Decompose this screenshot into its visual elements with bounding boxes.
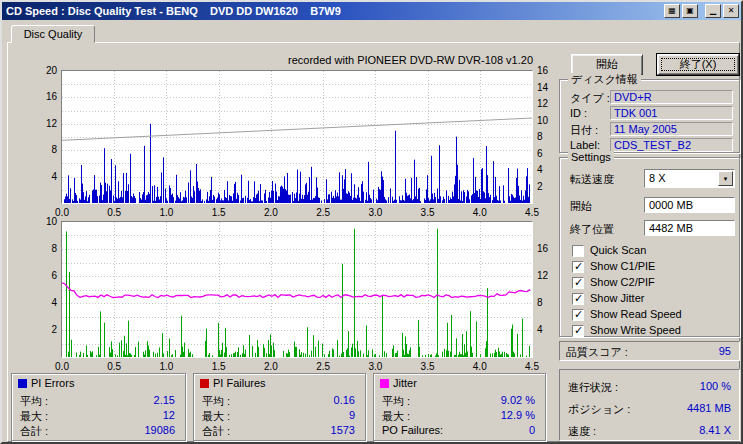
titlebar[interactable]: CD Speed : Disc Quality Test - BENQ DVD … — [2, 2, 741, 20]
checkbox-show-c1-pie[interactable]: ✓Show C1/PIE — [572, 260, 735, 274]
disc-info-value: CDS_TEST_B2 — [610, 138, 733, 152]
tab-disc-quality[interactable]: Disc Quality — [11, 25, 95, 43]
axis-tick: 4 — [30, 172, 57, 182]
pi-errors-chart-canvas — [62, 71, 532, 203]
status-row-: 進行状況 :100 % — [568, 380, 731, 393]
disc-quality-panel: recorded with PIONEER DVD-RW DVR-108 v1.… — [7, 42, 740, 442]
checkbox-box[interactable]: ✓ — [572, 325, 584, 337]
checkbox-label: Quick Scan — [590, 244, 646, 256]
axis-tick: 2.0 — [257, 362, 285, 372]
axis-tick: 2 — [537, 182, 557, 192]
settings-group: Settings 転送速度 8 X ▼ 開始 0000 MB 終了位置 4482… — [559, 157, 740, 337]
disc-info-group: ディスク情報 タイプ :DVD+RID :TDK 001日付 :11 May 2… — [559, 79, 740, 153]
stat-value: 1573 — [331, 424, 355, 436]
titlebar-tool-button-2[interactable]: ▣ — [682, 4, 698, 18]
legend-title-text: PI Failures — [213, 377, 266, 389]
end-position-field[interactable]: 4482 MB — [644, 220, 735, 236]
start-position-field[interactable]: 0000 MB — [644, 197, 735, 213]
minimize-icon: ▁ — [710, 7, 716, 15]
checkbox-label: Show Jitter — [590, 292, 644, 304]
dropdown-button[interactable]: ▼ — [718, 171, 733, 186]
checkbox-box[interactable] — [572, 245, 584, 257]
stat-label: 合計 : — [20, 424, 48, 439]
checkbox-quick-scan[interactable]: Quick Scan — [572, 244, 735, 258]
axis-tick: 4.5 — [518, 208, 546, 218]
legend-stat-row: 合計 :1573 — [202, 424, 355, 437]
check-icon: ✓ — [574, 260, 583, 273]
checkbox-show-jitter[interactable]: ✓Show Jitter — [572, 292, 735, 306]
close-button[interactable]: ✕ — [723, 4, 739, 18]
axis-tick: 0.5 — [100, 362, 128, 372]
stat-label: 最大 : — [20, 409, 48, 424]
checkbox-label: Show Read Speed — [590, 308, 682, 320]
axis-tick: 8 — [537, 132, 557, 142]
checkbox-box[interactable]: ✓ — [572, 293, 584, 305]
legend-stat-row: 合計 :19086 — [20, 424, 175, 437]
checkbox-show-write-speed[interactable]: ✓Show Write Speed — [572, 324, 735, 338]
stat-value: 12 — [163, 409, 175, 421]
axis-tick: 4.0 — [466, 208, 494, 218]
pi-errors-color-swatch — [18, 379, 27, 388]
legend-stat-row: PO Failures:0 — [382, 424, 535, 437]
axis-tick: 6 — [30, 271, 57, 281]
axis-tick: 6 — [537, 149, 557, 159]
axis-tick: 2.0 — [257, 208, 285, 218]
transfer-speed-select[interactable]: 8 X ▼ — [644, 169, 735, 188]
status-panel: 進行状況 :100 %ポジション :4481 MB速度 :8.41 X — [559, 369, 740, 441]
disc-info-label: ID : — [570, 107, 587, 119]
axis-tick: 3.0 — [361, 208, 389, 218]
stat-value: 9 — [349, 409, 355, 421]
checkbox-box[interactable]: ✓ — [572, 309, 584, 321]
axis-tick: 10 — [30, 217, 57, 227]
legend-stat-row: 平均 :9.02 % — [382, 394, 535, 407]
keyboard-icon: ▦ — [668, 7, 676, 15]
check-icon: ✓ — [574, 292, 583, 305]
checkbox-label: Show C2/PIF — [590, 276, 655, 288]
checkbox-box[interactable]: ✓ — [572, 261, 584, 273]
exit-button[interactable]: 終了(X) — [657, 54, 739, 75]
disc-info-row: ID :TDK 001 — [564, 106, 735, 121]
disc-info-value: TDK 001 — [610, 106, 733, 120]
disc-info-value: DVD+R — [610, 90, 733, 104]
axis-tick: 2 — [30, 325, 57, 335]
quality-score-panel: 品質スコア : 95 — [559, 341, 740, 361]
axis-tick: 12 — [537, 99, 557, 109]
axis-tick: 2.5 — [309, 208, 337, 218]
disc-info-label: 日付 : — [570, 123, 598, 138]
stat-label: 最大 : — [382, 409, 410, 424]
checkbox-show-read-speed[interactable]: ✓Show Read Speed — [572, 308, 735, 322]
axis-tick: 12 — [537, 271, 557, 281]
legend-title: PI Failures — [200, 377, 266, 389]
checkbox-box[interactable]: ✓ — [572, 277, 584, 289]
legend-stat-row: 平均 :2.15 — [20, 394, 175, 407]
close-icon: ✕ — [728, 7, 735, 15]
chart-note: recorded with PIONEER DVD-RW DVR-108 v1.… — [61, 54, 533, 66]
status-label: 速度 : — [568, 424, 596, 439]
legend-title-text: Jitter — [393, 377, 417, 389]
axis-tick: 16 — [537, 244, 557, 254]
stat-label: 最大 : — [202, 409, 230, 424]
axis-tick: 16 — [537, 66, 557, 76]
stat-label: PO Failures: — [382, 424, 443, 436]
status-row-: 速度 :8.41 X — [568, 424, 731, 437]
axis-tick: 1.0 — [152, 362, 180, 372]
monitor-icon: ▣ — [686, 7, 694, 15]
minimize-button[interactable]: ▁ — [705, 4, 721, 18]
axis-tick: 10 — [537, 116, 557, 126]
stat-label: 平均 : — [382, 394, 410, 409]
disc-info-value: 11 May 2005 — [610, 122, 733, 136]
check-icon: ✓ — [574, 276, 583, 289]
start-button[interactable]: 開始 — [571, 54, 643, 75]
axis-tick: 3.5 — [414, 208, 442, 218]
window-title: CD Speed : Disc Quality Test - BENQ DVD … — [6, 5, 662, 17]
status-row-: ポジション :4481 MB — [568, 402, 731, 415]
axis-tick: 1.5 — [205, 362, 233, 372]
axis-tick: 14 — [537, 83, 557, 93]
pi-failures-jitter-chart-canvas — [62, 222, 532, 357]
axis-tick: 20 — [30, 66, 57, 76]
axis-tick: 12 — [30, 119, 57, 129]
stat-label: 平均 : — [202, 394, 230, 409]
titlebar-tool-button-1[interactable]: ▦ — [664, 4, 680, 18]
axis-tick: 1.0 — [152, 208, 180, 218]
checkbox-show-c2-pif[interactable]: ✓Show C2/PIF — [572, 276, 735, 290]
